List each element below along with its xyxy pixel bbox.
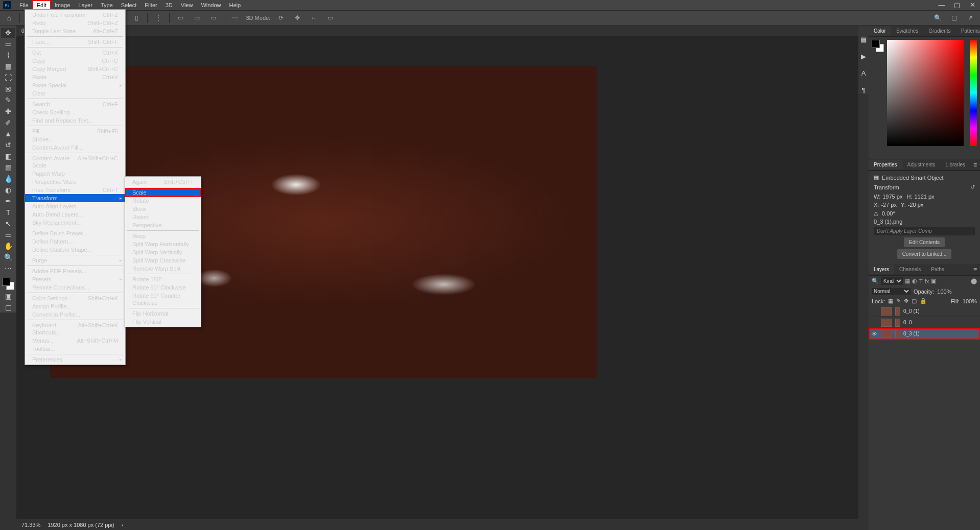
gradient-tool[interactable]: ▦ <box>1 162 15 173</box>
character-icon[interactable]: A <box>861 69 866 77</box>
menu-edit[interactable]: Edit <box>33 1 51 10</box>
color-field[interactable] <box>887 40 964 146</box>
marquee-tool[interactable]: ▭ <box>1 39 15 49</box>
3d-orbit-icon[interactable]: ⟳ <box>275 12 287 23</box>
submenu-item-perspective[interactable]: Perspective <box>125 221 201 229</box>
color-swatches[interactable] <box>2 278 14 290</box>
filter-pixel-icon[interactable]: ▦ <box>905 278 910 284</box>
angle-value[interactable]: 0.00° <box>882 210 895 216</box>
history-icon[interactable]: ▤ <box>860 36 867 43</box>
hue-strip[interactable] <box>970 40 977 146</box>
tab-paths[interactable]: Paths <box>926 264 949 274</box>
menu-item-search[interactable]: SearchCtrl+F <box>25 100 125 108</box>
zoom-tool[interactable]: 🔍 <box>1 252 15 262</box>
type-tool[interactable]: T <box>1 207 15 218</box>
menu-image[interactable]: Image <box>51 1 75 10</box>
submenu-item-warp[interactable]: Warp <box>125 232 201 240</box>
menu-view[interactable]: View <box>177 1 197 10</box>
menu-layer[interactable]: Layer <box>74 1 97 10</box>
tab-libraries[interactable]: Libraries <box>941 160 970 170</box>
lock-image-icon[interactable]: ✎ <box>896 298 901 304</box>
pen-tool[interactable]: ✒ <box>1 196 15 206</box>
tab-channels[interactable]: Channels <box>894 264 926 274</box>
filter-toggle[interactable]: ⬤ <box>971 278 977 284</box>
quick-mask[interactable]: ▣ <box>1 291 15 301</box>
eyedropper-tool[interactable]: ✎ <box>1 95 15 105</box>
healing-tool[interactable]: ✚ <box>1 106 15 116</box>
layer-name[interactable]: 0_3 (1) <box>903 331 920 336</box>
doc-info-arrow-icon[interactable]: › <box>122 522 123 528</box>
submenu-item-flip-vertical[interactable]: Flip Vertical <box>125 318 201 326</box>
screen-mode[interactable]: ▢ <box>1 302 15 312</box>
opacity-value[interactable]: 100% <box>937 288 951 295</box>
submenu-item-flip-horizontal[interactable]: Flip Horizontal <box>125 309 201 318</box>
tab-swatches[interactable]: Swatches <box>891 26 923 36</box>
panel-menu-icon[interactable]: ≡ <box>970 266 980 273</box>
submenu-item-distort[interactable]: Distort <box>125 213 201 221</box>
search-icon[interactable]: 🔍 <box>932 12 943 23</box>
clone-tool[interactable]: ▲ <box>1 129 15 139</box>
edit-toolbar[interactable]: ⋯ <box>1 263 15 274</box>
submenu-item-rotate-90-clockwise[interactable]: Rotate 90° Clockwise <box>125 283 201 292</box>
crop-tool[interactable]: ⛶ <box>1 73 15 83</box>
maximize-button[interactable]: ▢ <box>949 0 965 10</box>
submenu-item-rotate-90-counter-clockwise[interactable]: Rotate 90° Counter Clockwise <box>125 292 201 307</box>
layer-thumbnail[interactable] <box>881 307 892 316</box>
menu-item-free-transform[interactable]: Free TransformCtrl+T <box>25 186 125 194</box>
submenu-item-scale[interactable]: Scale <box>125 188 201 197</box>
submenu-item-skew[interactable]: Skew <box>125 205 201 213</box>
dodge-tool[interactable]: ◐ <box>1 185 15 195</box>
filter-smart-icon[interactable]: ▣ <box>931 278 936 284</box>
menu-select[interactable]: Select <box>117 1 141 10</box>
share-icon[interactable]: ↗ <box>965 12 976 23</box>
menu-window[interactable]: Window <box>197 1 225 10</box>
menu-item-transform[interactable]: Transform▸ <box>25 194 125 202</box>
fill-value[interactable]: 100% <box>963 298 977 304</box>
workspace-icon[interactable]: ▢ <box>948 12 960 23</box>
eraser-tool[interactable]: ◧ <box>1 151 15 161</box>
move-tool[interactable]: ✥ <box>1 28 15 38</box>
more-options-icon[interactable]: ⋯ <box>229 12 241 23</box>
layer-row[interactable]: 0_0 <box>869 317 980 328</box>
menu-item-fill[interactable]: Fill...Shift+F5 <box>25 127 125 135</box>
menu-item-menus[interactable]: Menus...Alt+Shift+Ctrl+M <box>25 336 125 345</box>
tab-properties[interactable]: Properties <box>869 160 902 170</box>
menu-3d[interactable]: 3D <box>161 1 177 10</box>
play-icon[interactable]: ▶ <box>861 53 866 60</box>
tab-layers[interactable]: Layers <box>869 264 894 274</box>
layer-row[interactable]: 0_0 (1) <box>869 306 980 317</box>
3d-pan-icon[interactable]: ✥ <box>292 12 303 23</box>
filter-type-icon[interactable]: T <box>919 278 923 284</box>
history-brush-tool[interactable]: ↺ <box>1 140 15 150</box>
layer-row[interactable]: 👁0_3 (1) <box>869 328 980 340</box>
align-middle-icon[interactable]: ▭ <box>191 12 202 23</box>
layer-comp-dropdown[interactable]: Don't Apply Layer Comp <box>874 227 975 235</box>
submenu-item-rotate[interactable]: Rotate <box>125 197 201 205</box>
path-tool[interactable]: ↖ <box>1 219 15 229</box>
align-right-icon[interactable]: ▯ <box>131 12 142 23</box>
menu-item-keyboard-shortcuts[interactable]: Keyboard Shortcuts...Alt+Shift+Ctrl+K <box>25 321 125 336</box>
hand-tool[interactable]: ✋ <box>1 241 15 251</box>
align-bottom-icon[interactable]: ▭ <box>207 12 219 23</box>
tab-color[interactable]: Color <box>869 26 891 36</box>
menu-item-undo-free-transform[interactable]: Undo Free TransformCtrl+Z <box>25 11 125 19</box>
doc-info[interactable]: 1920 px x 1080 px (72 ppi) <box>48 522 114 528</box>
convert-linked-button[interactable]: Convert to Linked... <box>897 249 952 259</box>
filter-adjustment-icon[interactable]: ◐ <box>912 278 917 284</box>
frame-tool[interactable]: ⊠ <box>1 84 15 94</box>
shape-tool[interactable]: ▭ <box>1 230 15 240</box>
layer-name[interactable]: 0_0 (1) <box>903 308 920 314</box>
edit-contents-button[interactable]: Edit Contents <box>904 237 945 247</box>
menu-item-sky-replacement[interactable]: Sky Replacement... <box>25 219 125 227</box>
reset-icon[interactable]: ↺ <box>970 184 975 190</box>
menu-item-assign-profile[interactable]: Assign Profile... <box>25 302 125 310</box>
menu-file[interactable]: File <box>15 1 33 10</box>
menu-item-preferences[interactable]: Preferences▸ <box>25 355 125 364</box>
menu-item-color-settings[interactable]: Color Settings...Shift+Ctrl+K <box>25 294 125 302</box>
tab-adjustments[interactable]: Adjustments <box>902 160 941 170</box>
menu-item-toggle-last-state[interactable]: Toggle Last StateAlt+Ctrl+Z <box>25 27 125 35</box>
paragraph-icon[interactable]: ¶ <box>862 86 866 94</box>
x-value[interactable]: -27 px <box>881 202 897 208</box>
lock-position-icon[interactable]: ✥ <box>904 298 908 304</box>
3d-slide-icon[interactable]: ↔ <box>308 12 319 23</box>
